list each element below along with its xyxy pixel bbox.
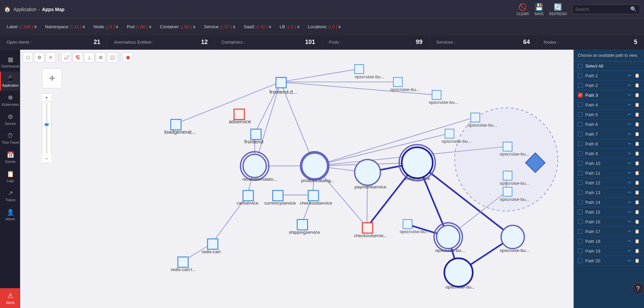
node-payment[interactable] bbox=[355, 160, 381, 185]
node-redis[interactable] bbox=[207, 239, 218, 249]
path-edit-14[interactable]: ✏ bbox=[627, 199, 633, 205]
path-item-19[interactable]: Path 19✏📋 bbox=[574, 246, 644, 256]
path-edit-2[interactable]: ✏ bbox=[627, 82, 633, 88]
path-checkbox-2[interactable] bbox=[578, 83, 583, 88]
path-item-12[interactable]: Path 12✏📋 bbox=[574, 178, 644, 188]
toolbar-screen-btn[interactable]: ⬜ bbox=[107, 52, 117, 62]
path-edit-16[interactable]: ✏ bbox=[627, 219, 633, 225]
path-checkbox-8[interactable] bbox=[578, 141, 583, 146]
path-checkbox-18[interactable] bbox=[578, 239, 583, 244]
clear-button[interactable]: 🚫 CLEAR bbox=[516, 3, 529, 16]
path-checkbox-6[interactable] bbox=[578, 122, 583, 127]
zoom-handle[interactable] bbox=[45, 123, 49, 126]
node-email[interactable] bbox=[402, 147, 433, 178]
node-redis2[interactable] bbox=[178, 257, 188, 267]
node-frontend2[interactable] bbox=[251, 129, 261, 139]
node-product[interactable] bbox=[302, 153, 328, 179]
zoom-out-button[interactable]: − bbox=[42, 155, 51, 163]
path-edit-17[interactable]: ✏ bbox=[627, 228, 633, 234]
path-checkbox-15[interactable] bbox=[578, 210, 583, 214]
path-item-5[interactable]: Path 5✏📋 bbox=[574, 110, 644, 120]
node-loadgenerator[interactable] bbox=[171, 120, 181, 130]
filter-service[interactable]: Service : ( 37 ) ∨ bbox=[203, 24, 237, 30]
path-edit-10[interactable]: ✏ bbox=[627, 160, 633, 166]
node-opscruise2[interactable] bbox=[393, 78, 402, 87]
path-copy-18[interactable]: 📋 bbox=[634, 238, 640, 244]
filter-node[interactable]: Node : ( 5 ) ∨ bbox=[92, 24, 120, 30]
node-opscruise3[interactable] bbox=[432, 90, 441, 99]
breadcrumb-app[interactable]: Application bbox=[13, 7, 37, 12]
nav-control[interactable]: ✛ bbox=[42, 68, 62, 88]
node-adservice[interactable] bbox=[234, 109, 244, 120]
path-copy-16[interactable]: 📋 bbox=[634, 219, 640, 225]
filter-pod[interactable]: Pod : ( 60 ) ∨ bbox=[126, 24, 153, 30]
path-edit-13[interactable]: ✏ bbox=[627, 189, 633, 195]
path-checkbox-13[interactable] bbox=[578, 190, 583, 195]
path-copy-11[interactable]: 📋 bbox=[634, 170, 640, 176]
path-checkbox-10[interactable] bbox=[578, 161, 583, 166]
node-opscruise5[interactable] bbox=[445, 129, 454, 138]
path-checkbox-7[interactable] bbox=[578, 132, 583, 136]
path-item-13[interactable]: Path 13✏📋 bbox=[574, 188, 644, 197]
path-copy-8[interactable]: 📋 bbox=[634, 141, 640, 147]
path-item-1[interactable]: Path 1✏📋 bbox=[574, 71, 644, 81]
zoom-in-button[interactable]: + bbox=[42, 94, 51, 102]
path-item-10[interactable]: Path 10✏📋 bbox=[574, 159, 644, 168]
path-edit-8[interactable]: ✏ bbox=[627, 141, 633, 147]
path-item-11[interactable]: Path 11✏📋 bbox=[574, 168, 644, 178]
node-opscruise1[interactable] bbox=[355, 64, 364, 74]
select-all-checkbox[interactable] bbox=[578, 64, 583, 69]
path-copy-19[interactable]: 📋 bbox=[634, 248, 640, 254]
path-edit-15[interactable]: ✏ bbox=[627, 209, 633, 215]
home-icon[interactable]: 🏠 bbox=[4, 6, 11, 12]
node-shippingservice[interactable] bbox=[297, 220, 308, 230]
path-item-8[interactable]: Path 8✏📋 bbox=[574, 139, 644, 149]
path-copy-14[interactable]: 📋 bbox=[634, 199, 640, 205]
path-copy-12[interactable]: 📋 bbox=[634, 180, 640, 186]
path-checkbox-12[interactable] bbox=[578, 180, 583, 185]
sidebar-item-dashboards[interactable]: ▦ Dashboards bbox=[0, 52, 20, 72]
path-copy-20[interactable]: 📋 bbox=[634, 258, 640, 264]
sidebar-item-kubernetes[interactable]: ☸ Kubernetes bbox=[0, 91, 20, 110]
zoom-slider[interactable] bbox=[46, 103, 47, 153]
map-canvas[interactable]: opscruise-bu... opscruise-bu... opscruis… bbox=[20, 50, 644, 308]
node-op-end[interactable] bbox=[444, 258, 473, 287]
path-edit-5[interactable]: ✏ bbox=[627, 112, 633, 118]
node-cartservice[interactable] bbox=[243, 190, 253, 201]
map-area[interactable]: ⬡ ⚙ ✕ 📈 🏗 ⊥ ⚙ ⬜ bbox=[20, 50, 644, 308]
path-edit-6[interactable]: ✏ bbox=[627, 121, 633, 127]
path-edit-11[interactable]: ✏ bbox=[627, 170, 633, 176]
node-op11[interactable] bbox=[501, 225, 524, 249]
sidebar-item-timetravel[interactable]: ⏱ Time Travel bbox=[0, 129, 20, 148]
path-item-17[interactable]: Path 17✏📋 bbox=[574, 227, 644, 236]
node-frontend-top[interactable] bbox=[276, 78, 286, 88]
path-edit-1[interactable]: ✏ bbox=[627, 73, 633, 79]
sidebar-item-service[interactable]: ⚙ Service bbox=[0, 110, 20, 129]
node-opscruise9[interactable] bbox=[403, 220, 412, 229]
path-copy-6[interactable]: 📋 bbox=[634, 121, 640, 127]
node-opscruise8[interactable] bbox=[503, 187, 512, 196]
path-checkbox-20[interactable] bbox=[578, 258, 583, 263]
filter-container[interactable]: Container : ( 62 ) ∨ bbox=[158, 24, 197, 30]
filter-namespace[interactable]: Namespace : ( 11 ) ∨ bbox=[44, 24, 87, 30]
toolbar-anomaly-btn[interactable]: 📈 bbox=[61, 52, 71, 62]
search-input[interactable] bbox=[575, 7, 629, 12]
path-select-all[interactable]: Select All bbox=[574, 61, 644, 71]
path-edit-18[interactable]: ✏ bbox=[627, 238, 633, 244]
path-checkbox-1[interactable] bbox=[578, 73, 583, 78]
help-button[interactable]: ? bbox=[632, 282, 644, 295]
path-copy-15[interactable]: 📋 bbox=[634, 209, 640, 215]
toolbar-config-btn[interactable]: ⚙ bbox=[96, 52, 106, 62]
path-edit-9[interactable]: ✏ bbox=[627, 150, 633, 157]
path-checkbox-11[interactable] bbox=[578, 171, 583, 175]
path-checkbox-17[interactable] bbox=[578, 229, 583, 234]
path-item-9[interactable]: Path 9✏📋 bbox=[574, 149, 644, 159]
toolbar-filter-btn[interactable]: ⊥ bbox=[84, 52, 94, 62]
sidebar-item-logs[interactable]: 📋 Logs bbox=[0, 167, 20, 186]
path-copy-2[interactable]: 📋 bbox=[634, 82, 640, 88]
toolbar-topology-btn[interactable]: 🏗 bbox=[73, 52, 83, 62]
path-edit-4[interactable]: ✏ bbox=[627, 102, 633, 108]
save-button[interactable]: 💾 SAVE bbox=[534, 3, 544, 16]
path-copy-3[interactable]: 📋 bbox=[634, 92, 640, 98]
path-item-3[interactable]: ✓Path 3✏📋 bbox=[574, 90, 644, 100]
